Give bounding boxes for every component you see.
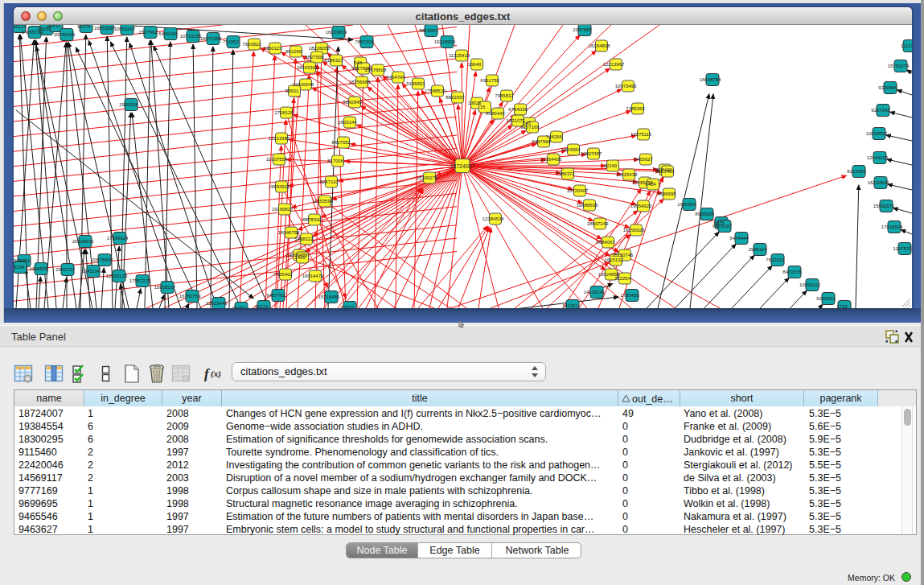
svg-text:12975115: 12975115	[630, 132, 652, 137]
svg-text:141361: 141361	[562, 303, 579, 308]
svg-text:17016504: 17016504	[881, 225, 903, 229]
svg-text:16640: 16640	[468, 62, 482, 67]
svg-text:16213: 16213	[255, 304, 269, 308]
svg-text:18226058: 18226058	[309, 46, 331, 51]
svg-text:18807249: 18807249	[587, 221, 609, 226]
svg-text:19654923: 19654923	[630, 204, 652, 208]
svg-text:98901: 98901	[285, 89, 299, 93]
svg-text:6961758: 6961758	[480, 78, 499, 83]
svg-text:1733426: 1733426	[620, 293, 639, 298]
svg-text:15300275: 15300275	[417, 175, 438, 180]
svg-text:16033809: 16033809	[326, 30, 347, 35]
svg-text:23676608: 23676608	[365, 68, 387, 72]
svg-text:8958928: 8958928	[695, 212, 714, 216]
svg-text:6879197: 6879197	[713, 224, 732, 229]
svg-text:16648784: 16648784	[700, 77, 721, 82]
svg-text:20691406: 20691406	[54, 32, 76, 37]
svg-text:16782759: 16782759	[179, 294, 201, 299]
svg-text:17359924: 17359924	[107, 236, 129, 241]
svg-text:9457791: 9457791	[266, 293, 285, 298]
svg-text:6794028: 6794028	[508, 107, 528, 112]
svg-text:2087682: 2087682	[573, 27, 592, 32]
svg-text:16154808: 16154808	[589, 43, 610, 48]
svg-text:9227342: 9227342	[871, 108, 890, 113]
svg-text:39154: 39154	[14, 265, 25, 270]
svg-text:1167533: 1167533	[893, 246, 912, 251]
svg-text:2942737: 2942737	[55, 267, 75, 272]
svg-text:8990443: 8990443	[486, 111, 505, 116]
svg-text:15720407: 15720407	[567, 188, 589, 193]
svg-text:8878342: 8878342	[302, 217, 322, 222]
svg-text:891295: 891295	[285, 49, 302, 54]
svg-text:15716485: 15716485	[318, 295, 340, 299]
svg-text:8213953: 8213953	[847, 169, 866, 174]
svg-text:9242845: 9242845	[343, 100, 362, 105]
svg-text:12093822: 12093822	[866, 131, 888, 136]
svg-text:8427552: 8427552	[331, 140, 351, 145]
svg-text:19166827: 19166827	[272, 207, 294, 212]
svg-text:15: 15	[480, 105, 486, 109]
svg-text:6466160: 6466160	[158, 31, 178, 36]
svg-text:17957223: 17957223	[129, 278, 151, 283]
svg-text:1527602: 1527602	[138, 30, 158, 35]
svg-text:7485063: 7485063	[626, 106, 645, 111]
svg-text:7857224: 7857224	[355, 39, 374, 44]
svg-text:10973493: 10973493	[615, 84, 637, 89]
svg-text:817006: 817006	[327, 159, 344, 163]
svg-text:9777169: 9777169	[520, 125, 540, 130]
svg-text:16543362: 16543362	[297, 65, 318, 70]
svg-text:7663822: 7663822	[242, 42, 261, 47]
svg-text:9699695: 9699695	[657, 192, 676, 196]
svg-text:10107554: 10107554	[266, 157, 288, 162]
svg-text:12384534: 12384534	[483, 216, 504, 221]
svg-text:5498222: 5498222	[294, 237, 314, 241]
svg-text:(x): (x)	[211, 369, 221, 379]
svg-text:8454749: 8454749	[386, 75, 405, 80]
svg-text:9827508: 9827508	[305, 55, 324, 60]
svg-text:22420046: 22420046	[293, 82, 314, 87]
svg-text:f: f	[204, 366, 211, 381]
svg-text:9329966: 9329966	[878, 85, 897, 90]
svg-text:546: 546	[354, 60, 363, 65]
svg-text:6404: 6404	[645, 182, 656, 187]
svg-text:11121: 11121	[901, 43, 912, 48]
svg-text:10719155: 10719155	[180, 34, 202, 39]
svg-text:17588520: 17588520	[425, 89, 446, 93]
svg-text:7386372: 7386372	[556, 171, 575, 176]
svg-text:9146821: 9146821	[406, 81, 425, 86]
svg-text:19654923: 19654923	[269, 184, 290, 189]
svg-text:252254: 252254	[614, 276, 631, 281]
svg-text:12923446: 12923446	[206, 301, 228, 306]
svg-text:751552: 751552	[223, 39, 240, 44]
svg-text:8822037: 8822037	[446, 95, 465, 100]
svg-text:1345194: 1345194	[81, 269, 101, 274]
svg-text:12213382: 12213382	[269, 136, 290, 141]
svg-text:9084067: 9084067	[596, 240, 615, 245]
svg-text:8813054: 8813054	[419, 28, 438, 33]
svg-text:16853287: 16853287	[94, 26, 116, 31]
svg-text:12444152: 12444152	[867, 155, 889, 160]
svg-text:10958107: 10958107	[154, 285, 176, 290]
svg-text:3824554: 3824554	[561, 147, 581, 152]
svg-text:1409: 1409	[294, 255, 306, 260]
svg-text:9474444: 9474444	[729, 236, 749, 241]
svg-text:11353594: 11353594	[312, 199, 334, 204]
svg-text:1615132: 1615132	[604, 257, 623, 262]
svg-text:7955812: 7955812	[495, 93, 514, 98]
svg-text:12505135: 12505135	[106, 274, 128, 278]
svg-text:2905334: 2905334	[119, 102, 138, 107]
svg-text:15751074: 15751074	[888, 64, 910, 68]
svg-text:9245652: 9245652	[816, 296, 836, 301]
svg-text:7625402: 7625402	[273, 272, 293, 277]
svg-text:2935114: 2935114	[749, 247, 768, 252]
svg-text:12923: 12923	[341, 305, 355, 308]
svg-text:10653267: 10653267	[114, 27, 136, 31]
svg-text:12213967: 12213967	[603, 62, 625, 67]
svg-text:62160: 62160	[604, 163, 618, 168]
svg-text:20433: 20433	[47, 25, 61, 28]
svg-text:8160123: 8160123	[263, 46, 282, 51]
svg-text:19218506: 19218506	[434, 39, 456, 44]
svg-text:8267110: 8267110	[320, 179, 339, 184]
svg-text:1640954: 1640954	[677, 202, 696, 207]
svg-text:10025438: 10025438	[616, 172, 638, 177]
